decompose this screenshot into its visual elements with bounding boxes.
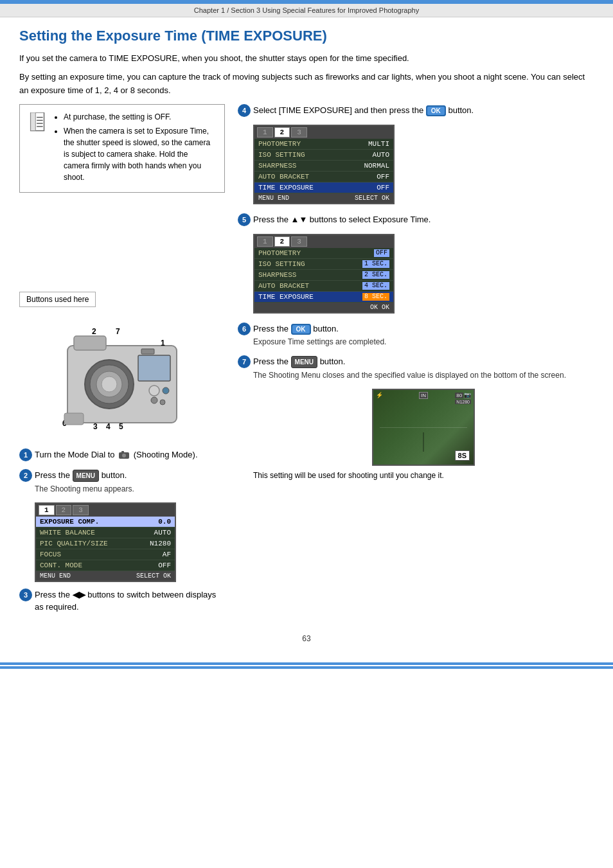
screen1-row5: CONT. MODEOFF [36,560,175,571]
note-bullet1: At purchase, the setting is OFF. [64,111,215,123]
screen2-tab1: 1 [257,127,273,137]
main-content: Setting the Exposure Time (TIME EXPOSURE… [0,17,613,656]
screen2-row5-highlight: TIME EXPOSUREOFF [254,182,393,193]
step4-suffix: button. [448,105,474,115]
svg-rect-28 [121,451,124,453]
screen3-footer-right: OK OK [370,304,389,311]
svg-rect-13 [141,349,154,354]
vf-num: 80 N1280 [455,392,471,405]
svg-point-11 [102,376,117,392]
svg-rect-12 [138,355,170,381]
svg-text:3: 3 [93,422,98,431]
svg-point-17 [160,400,165,405]
step3-content: Press the ◀▶ buttons to switch between d… [35,589,225,614]
viewfinder: ⚡ IN 📷 80 N1280 [372,389,475,466]
step5-num: 5 [238,213,251,226]
step2-suffix: button. [102,470,127,480]
page-title: Setting the Exposure Time (TIME EXPOSURE… [19,28,594,44]
screen2-footer-right: SELECT OK [355,195,389,202]
svg-text:7: 7 [116,327,120,336]
screen2-footer-left: MENU END [258,195,289,202]
step6-text: Press the [253,324,289,333]
screen1-footer-left: MENU END [40,572,71,580]
svg-rect-1 [31,112,36,131]
screen3-row2: ISO SETTING 1 SEC. [254,259,393,270]
bottom-bar2 [0,666,613,669]
left-column: At purchase, the setting is OFF. When th… [19,104,225,621]
screen-1: 1 2 3 EXPOSURE COMP.0.0 WHITE BALANCEAUT… [35,502,176,582]
screen2-tab3: 3 [291,127,307,137]
screen3-row3: SHARPNESS 2 SEC. [254,270,393,281]
step-3: 3 Press the ◀▶ buttons to switch between… [19,589,225,614]
step1-num: 1 [19,448,32,461]
camera-icon [118,450,130,460]
step3-num: 3 [19,589,32,601]
svg-point-15 [163,387,169,394]
screen-2: 1 2 3 PHOTOMETRYMULTI ISO SETTINGAUTO SH… [253,125,395,204]
svg-rect-7 [74,336,106,350]
ok-btn-1: OK [426,105,446,116]
svg-point-14 [149,385,159,396]
screen2-row1: PHOTOMETRYMULTI [254,139,393,150]
screen2-tab2: 2 [274,127,290,137]
screen-3: 1 2 3 PHOTOMETRY OFF ISO SETTING 1 SEC. … [253,234,395,314]
menu-btn-1: MENU [73,470,99,482]
screen1-footer: MENU END SELECT OK [36,571,175,581]
intro-line1: If you set the camera to TIME EXPOSURE, … [19,52,594,66]
step-2: 2 Press the MENU button. The Shooting me… [19,469,225,495]
note-bullet2: When the camera is set to Exposure Time,… [64,125,215,183]
screen3-footer: OK OK [254,303,393,312]
step1-text: Turn the Mode Dial to [35,450,115,459]
vf-badge: 8S [455,450,470,461]
step7-text: Press the [253,357,289,366]
screen2-tabs: 1 2 3 [254,126,393,139]
two-column-layout: At purchase, the setting is OFF. When th… [19,104,594,621]
step1-suffix: (Shooting Mode). [134,450,198,459]
step2-content: Press the MENU button. The Shooting menu… [35,469,225,495]
viewfinder-wrap: ⚡ IN 📷 80 N1280 [253,389,594,466]
lightning-icon: ⚡ [376,392,383,399]
intro-line2: By setting an exposure time, you can cap… [19,71,594,98]
page-num-text: 63 [302,634,310,643]
svg-point-16 [151,397,157,403]
step7-content: Press the MENU button. The Shooting Menu… [253,355,594,381]
screen3-tab1: 1 [257,236,273,247]
screen1-tabs: 1 2 3 [36,504,175,517]
ok-btn-2: OK [291,324,311,335]
camera-diagram: 2 7 1 6 3 4 5 [19,314,225,442]
step2-num: 2 [19,469,32,482]
step2-text: Press the [35,470,70,480]
step-7: 7 Press the MENU button. The Shooting Me… [238,355,594,381]
step4-content: Select [TIME EXPOSURE] and then press th… [253,104,594,117]
svg-text:1: 1 [161,339,165,348]
step3-text: Press the [35,590,70,599]
menu-btn-2: MENU [291,356,317,368]
screen3-row4: AUTO BRACKET 4 SEC. [254,281,393,292]
step6-suffix: button. [313,324,339,333]
step7-sub: The Shooting Menu closes and the specifi… [253,369,594,381]
step4-text: Select [TIME EXPOSURE] and then press th… [253,105,423,115]
screen1-row2: WHITE BALANCEAUTO [36,527,175,538]
screen1-tab2: 2 [56,505,72,515]
step5-content: Press the ▲▼ buttons to select Exposure … [253,213,594,226]
page-number: 63 [19,634,594,643]
step7-suffix: button. [320,357,346,366]
screen3-tabs: 1 2 3 [254,235,393,248]
buttons-used-box: Buttons used here [19,292,96,307]
step7-num: 7 [238,355,251,368]
chapter-bar: Chapter 1 / Section 3 Using Special Feat… [0,4,613,17]
svg-text:4: 4 [106,422,111,431]
step6-num: 6 [238,323,251,335]
bottom-bar1 [0,662,613,665]
screen1-tab3: 3 [73,505,89,515]
step3-arrow: ◀▶ [73,590,85,599]
svg-point-27 [122,454,126,457]
screen2-row3: SHARPNESSNORMAL [254,161,393,172]
vf-in-badge: IN [419,392,428,399]
step-6: 6 Press the OK button. Exposure Time set… [238,323,594,348]
step-4: 4 Select [TIME EXPOSURE] and then press … [238,104,594,117]
step-5: 5 Press the ▲▼ buttons to select Exposur… [238,213,594,226]
final-note: This setting will be used for shooting u… [253,471,594,480]
screen1-row3: PIC QUALITY/SIZEN1280 [36,538,175,549]
step2-sub: The Shooting menu appears. [35,483,225,495]
